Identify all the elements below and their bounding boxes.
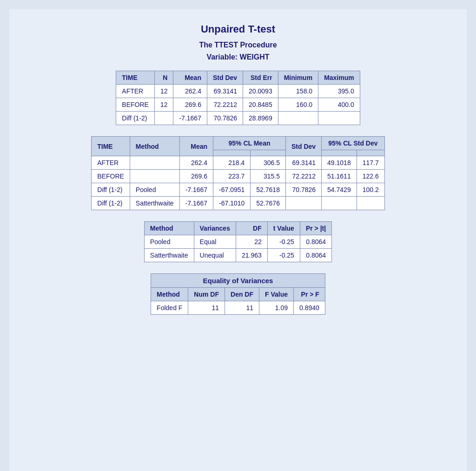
table-row: 269.6 <box>179 170 213 183</box>
table-row: -7.1667 <box>173 112 207 125</box>
table-row: 20.8485 <box>243 98 278 112</box>
col4-numdf: Num DF <box>188 288 225 301</box>
col4-dendf: Den DF <box>225 288 259 301</box>
table-row: 52.7618 <box>251 183 286 197</box>
table-row: BEFORE <box>92 170 130 183</box>
col2-method: Method <box>130 137 179 156</box>
table-row: 218.4 <box>213 156 251 170</box>
summary-stats-table: TIME N Mean Std Dev Std Err Minimum Maxi… <box>116 71 360 125</box>
col-time: TIME <box>116 71 155 85</box>
col-stddev: Std Dev <box>207 71 243 85</box>
table-row <box>154 112 173 125</box>
col2-time: TIME <box>92 137 130 156</box>
equality-variances-table: Equality of Variances Method Num DF Den … <box>151 273 325 315</box>
col2-cl-mean-high <box>251 150 286 156</box>
table-row: Satterthwaite <box>144 249 194 262</box>
table-row: Pooled <box>130 183 179 197</box>
table-row: 28.8969 <box>243 112 278 125</box>
table-row: 54.7429 <box>322 183 357 197</box>
table-row <box>318 112 360 125</box>
table-row: 122.6 <box>357 170 384 183</box>
table-row <box>357 197 384 210</box>
table-row: Satterthwaite <box>130 197 179 210</box>
table-row: 315.5 <box>251 170 286 183</box>
table-row: 11 <box>188 301 225 315</box>
col4-fvalue: F Value <box>259 288 294 301</box>
table-row: BEFORE <box>116 98 155 112</box>
page-container: Unpaired T-test The TTEST Procedure Vari… <box>9 9 467 471</box>
table-row: 0.8940 <box>294 301 325 315</box>
table-row: AFTER <box>116 85 155 98</box>
table-row: Diff (1-2) <box>92 183 130 197</box>
table-row: -0.25 <box>267 249 300 262</box>
table-row: 20.0093 <box>243 85 278 98</box>
table-row <box>285 197 321 210</box>
table-row: -67.0951 <box>213 183 251 197</box>
col-mean: Mean <box>173 71 207 85</box>
ttest-table: Method Variances DF t Value Pr > |t| Poo… <box>144 221 332 262</box>
table-row <box>278 112 318 125</box>
table-row <box>130 170 179 183</box>
col3-variances: Variances <box>194 222 236 235</box>
table-row: -67.1010 <box>213 197 251 210</box>
subtitle: The TTEST Procedure <box>199 41 277 49</box>
col2-cl-mean: 95% CL Mean <box>213 137 286 150</box>
table-row: 1.09 <box>259 301 294 315</box>
table-row: 12 <box>154 85 173 98</box>
col4-pr: Pr > F <box>294 288 325 301</box>
table-row: Pooled <box>144 235 194 249</box>
col3-pr: Pr > |t| <box>300 222 331 235</box>
page-title: Unpaired T-test <box>201 23 275 35</box>
table-row: AFTER <box>92 156 130 170</box>
table-row: 262.4 <box>179 156 213 170</box>
col4-method: Method <box>151 288 188 301</box>
table-row: 158.0 <box>278 85 318 98</box>
table-row: -0.25 <box>267 235 300 249</box>
col2-cl-stddev-low <box>322 150 357 156</box>
table-row: Diff (1-2) <box>116 112 155 125</box>
table-row: 269.6 <box>173 98 207 112</box>
table-row: -7.1667 <box>179 183 213 197</box>
table-row: 69.3141 <box>285 156 321 170</box>
table-row: Unequal <box>194 249 236 262</box>
col-minimum: Minimum <box>278 71 318 85</box>
col2-cl-mean-low <box>213 150 251 156</box>
table-row: 0.8064 <box>300 235 331 249</box>
variable-label: Variable: WEIGHT <box>206 53 269 61</box>
col-maximum: Maximum <box>318 71 360 85</box>
table-row: 51.1611 <box>322 170 357 183</box>
table-row: 0.8064 <box>300 249 331 262</box>
table-row: 70.7826 <box>207 112 243 125</box>
table-row: Folded F <box>151 301 188 315</box>
table-row: 69.3141 <box>207 85 243 98</box>
table-row: 12 <box>154 98 173 112</box>
col-n: N <box>154 71 173 85</box>
table-row: -7.1667 <box>179 197 213 210</box>
table-row: 100.2 <box>357 183 384 197</box>
table-row: 52.7676 <box>251 197 286 210</box>
table-row: Equal <box>194 235 236 249</box>
table-row: Diff (1-2) <box>92 197 130 210</box>
col3-df: DF <box>236 222 267 235</box>
col2-stddev: Std Dev <box>285 137 321 156</box>
col2-cl-stddev: 95% CL Std Dev <box>322 137 385 150</box>
table-row: 72.2212 <box>207 98 243 112</box>
table4-title: Equality of Variances <box>151 274 325 288</box>
table-row <box>130 156 179 170</box>
table-row: 160.0 <box>278 98 318 112</box>
col3-method: Method <box>144 222 194 235</box>
cl-table: TIME Method Mean 95% CL Mean Std Dev 95%… <box>91 136 384 210</box>
col-stderr: Std Err <box>243 71 278 85</box>
table-row: 117.7 <box>357 156 384 170</box>
table-row: 70.7826 <box>285 183 321 197</box>
table-row: 72.2212 <box>285 170 321 183</box>
col2-cl-stddev-high <box>357 150 384 156</box>
table-row: 400.0 <box>318 98 360 112</box>
table-row: 262.4 <box>173 85 207 98</box>
table-row: 22 <box>236 235 267 249</box>
table-row <box>322 197 357 210</box>
col2-mean: Mean <box>179 137 213 156</box>
col3-tvalue: t Value <box>267 222 300 235</box>
table-row: 223.7 <box>213 170 251 183</box>
table-row: 21.963 <box>236 249 267 262</box>
